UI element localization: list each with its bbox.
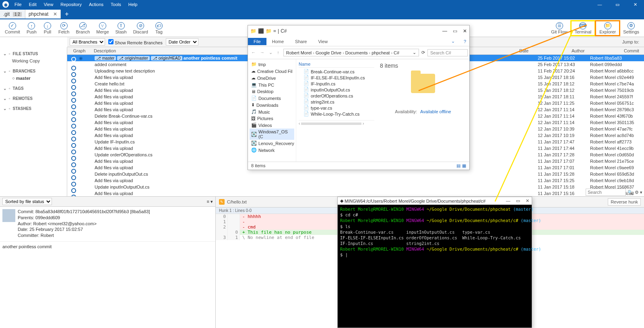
show-remote-checkbox[interactable]: Show Remote Branches: [108, 39, 163, 45]
breadcrumb-segment[interactable]: phpcheat: [372, 50, 390, 55]
window-minimize[interactable]: —: [591, 1, 609, 8]
menu-edit[interactable]: Edit: [26, 1, 40, 8]
gitbash-titlebar[interactable]: ◆ MINGW64:/c/Users/Robert Morel/Google D…: [338, 197, 532, 205]
search-input[interactable]: [586, 189, 626, 196]
discard-button[interactable]: ⊘Discard: [130, 21, 151, 35]
branch-button[interactable]: ⎇Branch: [72, 21, 93, 35]
explorer-titlebar[interactable]: 📁 ⬛📁=| C# — ▭ ✕: [248, 25, 469, 37]
nav-recent[interactable]: ⌄: [267, 50, 274, 55]
ribbon-share[interactable]: Share: [289, 38, 312, 45]
menu-repository[interactable]: Repository: [57, 1, 85, 8]
sidebar-group-branches[interactable]: ⌄▫BRANCHES: [3, 68, 64, 75]
tree-item[interactable]: 💻This PC: [250, 81, 294, 88]
file-explorer-window[interactable]: 📁 ⬛📁=| C# — ▭ ✕ File Home Share View ⌄ ?…: [248, 25, 470, 170]
file-row[interactable]: 📄IF-ELSE-IF-ELSEInputIn.cs: [299, 75, 374, 81]
explorer-file-list[interactable]: Name 📄Break-Continue-var.cs📄IF-ELSE-IF-E…: [296, 59, 377, 162]
gb-maximize[interactable]: ▭: [516, 198, 520, 203]
nav-back[interactable]: ←: [250, 50, 257, 55]
gitbash-body[interactable]: Robert Morel@RMOREL-WIN10 MINGW64 ~/Goog…: [338, 205, 532, 328]
breadcrumb-segment[interactable]: Google Drive: [316, 50, 341, 55]
sidebar-group-remotes[interactable]: ⌄▫REMOTES: [3, 95, 64, 102]
window-maximize[interactable]: ▭: [609, 1, 626, 8]
ribbon-view[interactable]: View: [312, 38, 333, 45]
file-row[interactable]: 📄type-var.cs: [299, 105, 374, 111]
gear-icon[interactable]: ⚙ ▾: [635, 190, 642, 195]
tree-item[interactable]: 🎬Videos: [250, 122, 294, 129]
gitbash-window[interactable]: ◆ MINGW64:/c/Users/Robert Morel/Google D…: [337, 197, 532, 328]
tree-item[interactable]: 📁tmp: [250, 61, 294, 68]
explorer-search[interactable]: Search C#: [427, 49, 468, 56]
sidebar-group-tags[interactable]: ⌄▫TAGS: [3, 85, 64, 92]
tree-item[interactable]: 🌐Network: [250, 147, 294, 154]
nav-refresh[interactable]: ⟳: [421, 50, 425, 55]
push-button[interactable]: ↑Push: [23, 21, 40, 35]
file-row[interactable]: 📄string2int.cs: [299, 99, 374, 105]
view-details-icon[interactable]: ▤: [456, 163, 460, 168]
explorer-maximize[interactable]: ▭: [453, 28, 457, 34]
file-sort[interactable]: Sorted by file status ≡ ▾: [0, 197, 215, 207]
tree-item[interactable]: ☁Creative Cloud Fil: [250, 68, 294, 75]
window-close[interactable]: ✕: [626, 1, 644, 8]
breadcrumb-segment[interactable]: C#: [394, 50, 399, 55]
tree-item[interactable]: 🖼Pictures: [250, 115, 294, 122]
file-row[interactable]: 📄orderOfOperations.cs: [299, 93, 374, 99]
tab-close-icon[interactable]: ✕: [53, 11, 57, 17]
stash-button[interactable]: ⇪Stash: [112, 21, 130, 35]
menu-view[interactable]: View: [41, 1, 57, 8]
sidebar-group-file-status[interactable]: ⌄▫FILE STATUS: [3, 50, 64, 57]
view-icons-icon[interactable]: ▦: [462, 163, 466, 168]
settings-button[interactable]: ⚙Settings: [620, 21, 642, 36]
sidebar-group-stashes[interactable]: ⌄▫STASHES: [3, 105, 64, 112]
search-icon[interactable]: 🔍: [627, 190, 633, 195]
commit-row[interactable]: Add files via upload11 Jan 2017 15:16Rob…: [67, 190, 644, 196]
gitflow-button[interactable]: ☰Git Flow: [548, 21, 570, 36]
tree-item[interactable]: 💽Windows7_OS (C: [250, 129, 294, 140]
breadcrumb[interactable]: Robert Morel›Google Drive›Documents›phpc…: [283, 49, 419, 56]
help-icon[interactable]: ?: [458, 38, 469, 45]
ribbon-home[interactable]: Home: [266, 38, 289, 45]
commit-row[interactable]: Delete inputInOutputOut.cs11 Jan 2017 15…: [67, 171, 644, 177]
menu-help[interactable]: Help: [125, 1, 141, 8]
explorer-minimize[interactable]: —: [442, 28, 447, 34]
branch-filter[interactable]: All Branches: [70, 38, 105, 46]
commit-row[interactable]: Update inputInOutputOut.cs11 Jan 2017 15…: [67, 184, 644, 190]
scroll-right[interactable]: ›: [363, 121, 364, 126]
ribbon-expand[interactable]: ⌄: [446, 37, 458, 45]
sidebar-item-master[interactable]: ○ master: [3, 75, 64, 82]
tag-button[interactable]: 🏷Tag: [151, 21, 167, 35]
nav-up[interactable]: ↑: [275, 50, 281, 55]
tree-item[interactable]: 💽Lenovo_Recovery: [250, 140, 294, 147]
gb-minimize[interactable]: —: [506, 198, 510, 203]
ribbon-file-tab[interactable]: File: [248, 38, 266, 45]
menu-file[interactable]: File: [11, 1, 25, 8]
sidebar-item-working-copy[interactable]: Working Copy: [3, 57, 64, 64]
gb-close[interactable]: ✕: [526, 198, 529, 203]
tree-item[interactable]: ⬇Downloads: [250, 102, 294, 108]
scroll-left[interactable]: ‹: [299, 121, 300, 126]
terminal-button[interactable]: ⌨Terminal: [571, 21, 596, 36]
explorer-tree[interactable]: 📁tmp☁Creative Cloud Fil☁OneDrive💻This PC…: [248, 59, 296, 162]
commit-row[interactable]: Add files via upload11 Jan 2017 15:25Rob…: [67, 177, 644, 184]
menu-tools[interactable]: Tools: [107, 1, 124, 8]
reverse-hunk-button[interactable]: Reverse hunk: [608, 198, 641, 206]
breadcrumb-segment[interactable]: Robert Morel: [286, 50, 312, 55]
commit-button[interactable]: ✓Commit: [2, 21, 23, 35]
explorer-close[interactable]: ✕: [463, 28, 467, 34]
fetch-button[interactable]: ⟳Fetch: [55, 21, 73, 35]
tab-.git[interactable]: .git1 2: [0, 10, 25, 19]
tree-item[interactable]: 🖥Desktop: [250, 88, 294, 95]
file-row[interactable]: 📄inputInOutputOut.cs: [299, 87, 374, 93]
tree-item[interactable]: 🎵Music: [250, 108, 294, 115]
menu-actions[interactable]: Actions: [86, 1, 107, 8]
tab-add[interactable]: +: [61, 10, 72, 18]
nav-forward[interactable]: →: [258, 50, 266, 55]
order-filter[interactable]: Date Order: [166, 38, 198, 46]
tree-item[interactable]: 📄Documents: [250, 95, 294, 102]
file-row[interactable]: 📄IF-InputIn.cs: [299, 81, 374, 87]
breadcrumb-segment[interactable]: Documents: [345, 50, 368, 55]
explorer-button[interactable]: 📁Explorer: [595, 21, 620, 36]
merge-button[interactable]: ⑂Merge: [93, 21, 112, 35]
file-row[interactable]: 📄Break-Continue-var.cs: [299, 69, 374, 75]
tree-item[interactable]: ☁OneDrive: [250, 75, 294, 81]
pull-button[interactable]: ↓Pull: [40, 21, 55, 35]
